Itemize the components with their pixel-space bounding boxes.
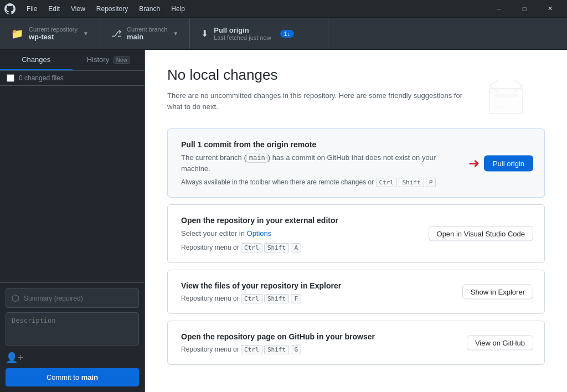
maximize-button[interactable]: □ — [512, 0, 537, 18]
sidebar: Changes History New 0 changed files ⬡ Su… — [0, 50, 145, 392]
pull-arrow-icon: ➜ — [468, 156, 480, 171]
menu-help[interactable]: Help — [167, 4, 189, 14]
branch-chevron-icon: ▼ — [173, 30, 178, 37]
branch-label: Current branch — [127, 26, 167, 33]
tab-history[interactable]: History New — [73, 50, 145, 70]
main-header: No local changes There are no uncommitte… — [167, 66, 545, 112]
commit-description-field[interactable] — [6, 312, 139, 345]
close-button[interactable]: ✕ — [537, 0, 563, 18]
branch-name: main — [127, 33, 167, 41]
svg-rect-3 — [494, 106, 505, 109]
pull-card-hint: Always available in the toolbar when the… — [181, 178, 453, 186]
toolbar: 📁 Current repository wp-test ▼ ⎇ Current… — [0, 18, 567, 50]
commit-btn-text: Commit to main — [47, 373, 98, 381]
app-body: Changes History New 0 changed files ⬡ Su… — [0, 50, 567, 392]
commit-summary-placeholder: Summary (required) — [24, 295, 83, 302]
editor-card: Open the repository in your external edi… — [167, 204, 545, 263]
commit-summary-field[interactable]: ⬡ Summary (required) — [6, 288, 139, 308]
pull-icon: ⬇ — [201, 28, 208, 39]
branch-icon: ⎇ — [111, 28, 121, 39]
svg-rect-2 — [494, 101, 511, 103]
history-badge: New — [114, 56, 130, 64]
repo-name: wp-test — [29, 33, 78, 41]
current-repo-button[interactable]: 📁 Current repository wp-test ▼ — [0, 18, 100, 49]
menu-file[interactable]: File — [22, 4, 42, 14]
menu-repository[interactable]: Repository — [92, 4, 132, 14]
pull-badge: 1↓ — [280, 30, 295, 38]
github-card-hint: Repository menu or Ctrl Shift G — [181, 345, 442, 353]
pull-origin-action-button[interactable]: Pull origin — [484, 155, 533, 171]
main-content: No local changes There are no uncommitte… — [145, 50, 567, 392]
pull-label: Pull origin — [214, 26, 271, 34]
minimize-button[interactable]: ─ — [486, 0, 512, 18]
pull-card: Pull 1 commit from the origin remote The… — [167, 128, 545, 198]
editor-card-hint: Repository menu or Ctrl Shift A — [181, 244, 409, 251]
menu-view[interactable]: View — [66, 4, 90, 14]
current-branch-button[interactable]: ⎇ Current branch main ▼ — [100, 18, 190, 49]
commit-icon: ⬡ — [12, 293, 19, 303]
commit-area: ⬡ Summary (required) 👤+ Commit to main — [0, 282, 145, 392]
show-in-explorer-button[interactable]: Show in Explorer — [462, 284, 533, 299]
pull-card-action: ➜ Pull origin — [468, 155, 533, 171]
commit-footer: 👤+ — [6, 352, 139, 364]
titlebar: File Edit View Repository Branch Help ─ … — [0, 0, 567, 18]
files-area — [0, 86, 145, 282]
repo-chevron-icon: ▼ — [83, 30, 89, 37]
changed-files-bar: 0 changed files — [0, 71, 145, 86]
titlebar-left: File Edit View Repository Branch Help — [4, 3, 189, 14]
select-all-checkbox[interactable] — [7, 74, 14, 82]
changed-files-count: 0 changed files — [19, 74, 64, 82]
explorer-card-action: Show in Explorer — [462, 284, 533, 299]
page-subtitle: There are no uncommitted changes in this… — [167, 90, 466, 112]
editor-card-desc: Select your editor in Options — [181, 228, 409, 239]
add-co-author-icon[interactable]: 👤+ — [6, 352, 24, 364]
options-link[interactable]: Options — [247, 229, 272, 238]
repo-icon: 📁 — [11, 28, 23, 40]
menu-branch[interactable]: Branch — [135, 4, 164, 14]
pull-card-title: Pull 1 commit from the origin remote — [181, 140, 453, 149]
github-card-title: Open the repository page on GitHub in yo… — [181, 332, 442, 341]
open-in-vscode-button[interactable]: Open in Visual Studio Code — [429, 226, 533, 241]
github-logo-icon — [4, 3, 16, 14]
window-controls: ─ □ ✕ — [486, 0, 563, 18]
pull-sublabel: Last fetched just now — [214, 34, 271, 41]
explorer-card-hint: Repository menu or Ctrl Shift F — [181, 295, 431, 302]
commit-button[interactable]: Commit to main — [6, 368, 139, 386]
illustration — [484, 78, 528, 123]
menu-edit[interactable]: Edit — [44, 4, 64, 14]
explorer-card: View the files of your repository in Exp… — [167, 270, 545, 314]
tab-changes[interactable]: Changes — [0, 50, 73, 70]
github-card: Open the repository page on GitHub in yo… — [167, 321, 545, 365]
repo-label: Current repository — [29, 26, 78, 33]
pull-origin-button[interactable]: ⬇ Pull origin Last fetched just now 1↓ — [190, 18, 328, 49]
editor-card-title: Open the repository in your external edi… — [181, 216, 409, 225]
view-on-github-button[interactable]: View on GitHub — [467, 335, 533, 350]
titlebar-menu: File Edit View Repository Branch Help — [22, 4, 189, 14]
github-card-action: View on GitHub — [467, 335, 533, 350]
svg-rect-1 — [494, 94, 518, 97]
editor-card-action: Open in Visual Studio Code — [429, 226, 533, 241]
pull-card-desc: The current branch (main) has a commit o… — [181, 152, 453, 174]
sidebar-tabs: Changes History New — [0, 50, 145, 71]
explorer-card-title: View the files of your repository in Exp… — [181, 281, 431, 290]
